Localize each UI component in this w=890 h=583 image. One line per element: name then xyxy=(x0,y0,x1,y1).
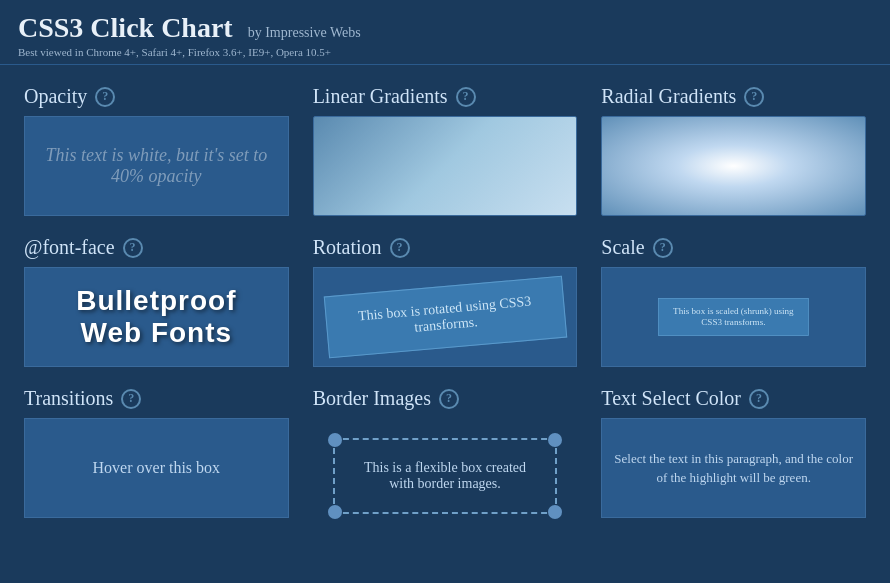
cell-scale: Scale ? This box is scaled (shrunk) usin… xyxy=(589,226,878,377)
cell-text-select-color: Text Select Color ? Select the text in t… xyxy=(589,377,878,544)
text-select-demo: Select the text in this paragraph, and t… xyxy=(601,418,866,518)
cell-font-face-title: @font-face ? xyxy=(24,236,289,259)
cell-border-images-title: Border Images ? xyxy=(313,387,578,410)
border-images-help-icon[interactable]: ? xyxy=(439,389,459,409)
dot-bottom-left xyxy=(328,505,342,519)
transitions-help-icon[interactable]: ? xyxy=(121,389,141,409)
cell-scale-title: Scale ? xyxy=(601,236,866,259)
fontface-demo: BulletproofWeb Fonts xyxy=(24,267,289,367)
border-images-text: This is a flexible box created with bord… xyxy=(364,460,526,491)
header-subtitle: Best viewed in Chrome 4+, Safari 4+, Fir… xyxy=(18,46,872,58)
rotation-help-icon[interactable]: ? xyxy=(390,238,410,258)
radial-gradient-demo xyxy=(601,116,866,216)
cell-radial-gradients-title: Radial Gradients ? xyxy=(601,85,866,108)
cell-rotation-title: Rotation ? xyxy=(313,236,578,259)
border-images-inner: This is a flexible box created with bord… xyxy=(333,438,558,514)
rotation-demo: This box is rotated using CSS3 transform… xyxy=(313,267,578,367)
cell-rotation: Rotation ? This box is rotated using CSS… xyxy=(301,226,590,377)
transitions-text: Hover over this box xyxy=(93,459,221,477)
cell-linear-gradients-title: Linear Gradients ? xyxy=(313,85,578,108)
radial-gradients-help-icon[interactable]: ? xyxy=(744,87,764,107)
text-select-inner[interactable]: Select the text in this paragraph, and t… xyxy=(614,449,853,488)
text-select-text: Select the text in this paragraph, and t… xyxy=(614,449,853,488)
main-grid: Opacity ? This text is white, but it's s… xyxy=(0,65,890,554)
opacity-text: This text is white, but it's set to 40% … xyxy=(37,145,276,187)
border-images-demo: This is a flexible box created with bord… xyxy=(313,418,578,534)
header-by: by Impressive Webs xyxy=(248,25,361,40)
text-select-color-help-icon[interactable]: ? xyxy=(749,389,769,409)
opacity-help-icon[interactable]: ? xyxy=(95,87,115,107)
cell-opacity-title: Opacity ? xyxy=(24,85,289,108)
linear-gradient-demo xyxy=(313,116,578,216)
cell-transitions-title: Transitions ? xyxy=(24,387,289,410)
cell-opacity: Opacity ? This text is white, but it's s… xyxy=(12,75,301,226)
linear-gradients-help-icon[interactable]: ? xyxy=(456,87,476,107)
scale-inner-box: This box is scaled (shrunk) using CSS3 t… xyxy=(658,298,808,336)
font-face-help-icon[interactable]: ? xyxy=(123,238,143,258)
cell-radial-gradients: Radial Gradients ? xyxy=(589,75,878,226)
header: CSS3 Click Chart by Impressive Webs Best… xyxy=(0,0,890,65)
dot-top-right xyxy=(548,433,562,447)
cell-linear-gradients: Linear Gradients ? xyxy=(301,75,590,226)
opacity-demo: This text is white, but it's set to 40% … xyxy=(24,116,289,216)
dot-top-left xyxy=(328,433,342,447)
scale-demo: This box is scaled (shrunk) using CSS3 t… xyxy=(601,267,866,367)
cell-border-images: Border Images ? This is a flexible box c… xyxy=(301,377,590,544)
page-title: CSS3 Click Chart by Impressive Webs xyxy=(18,12,872,44)
rotation-inner-box: This box is rotated using CSS3 transform… xyxy=(323,276,566,359)
cell-text-select-color-title: Text Select Color ? xyxy=(601,387,866,410)
dot-bottom-right xyxy=(548,505,562,519)
cell-transitions: Transitions ? Hover over this box xyxy=(12,377,301,544)
transitions-demo[interactable]: Hover over this box xyxy=(24,418,289,518)
cell-font-face: @font-face ? BulletproofWeb Fonts xyxy=(12,226,301,377)
fontface-text: BulletproofWeb Fonts xyxy=(76,285,236,349)
scale-help-icon[interactable]: ? xyxy=(653,238,673,258)
